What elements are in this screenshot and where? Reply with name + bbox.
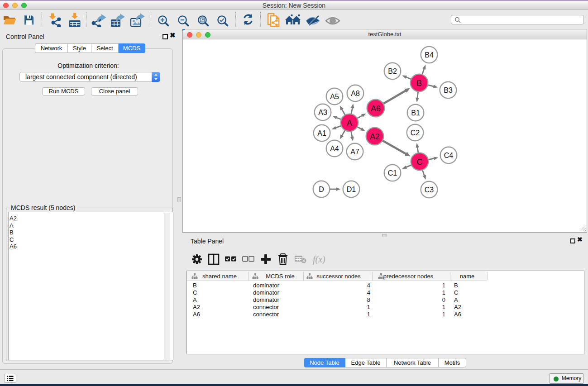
svg-text:C: C [417, 157, 423, 167]
svg-text:C3: C3 [425, 186, 434, 194]
svg-text:A4: A4 [330, 145, 339, 152]
svg-text:A8: A8 [351, 90, 360, 97]
svg-text:C1: C1 [388, 169, 397, 177]
svg-text:B: B [416, 79, 422, 88]
svg-text:D1: D1 [347, 186, 356, 193]
svg-text:A: A [347, 119, 352, 128]
svg-text:D: D [319, 186, 324, 193]
svg-text:A6: A6 [371, 104, 381, 113]
svg-text:B4: B4 [425, 51, 434, 59]
svg-text:B2: B2 [388, 67, 397, 75]
svg-text:B1: B1 [411, 109, 420, 117]
svg-text:C4: C4 [444, 152, 454, 159]
svg-text:A7: A7 [350, 148, 359, 156]
svg-text:A2: A2 [370, 132, 380, 141]
svg-text:A1: A1 [317, 129, 326, 137]
svg-text:A3: A3 [318, 109, 327, 116]
svg-text:B3: B3 [444, 86, 453, 94]
svg-text:A5: A5 [330, 93, 339, 100]
svg-text:C2: C2 [411, 129, 420, 137]
